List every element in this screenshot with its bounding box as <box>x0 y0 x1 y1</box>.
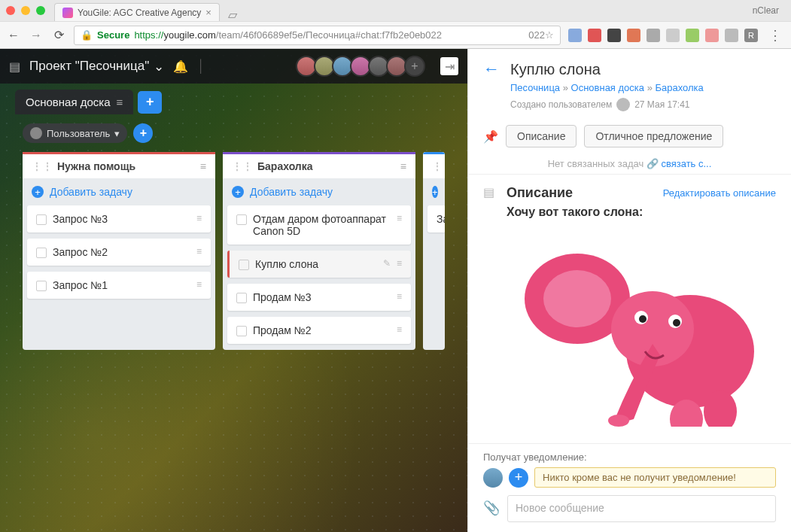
extension-icon[interactable] <box>725 29 738 42</box>
task-card[interactable]: За <box>427 205 445 233</box>
reload-button[interactable]: ⟳ <box>51 28 66 42</box>
column-market: ⋮⋮ Барахолка ≡ + Добавить задачу Отдам д… <box>223 152 415 350</box>
paperclip-icon[interactable]: 📎 <box>483 500 500 516</box>
url-text: https://yougile.com/team/46f06689ef5e/Пе… <box>134 29 524 41</box>
column-menu-icon[interactable]: ≡ <box>400 160 406 172</box>
add-task-button[interactable]: + Добавить задачу <box>23 178 215 205</box>
back-button[interactable]: ← <box>6 29 21 42</box>
crumb-board[interactable]: Основная доска <box>571 82 645 93</box>
task-card-selected[interactable]: Куплю слона ✎ ≡ <box>227 251 411 278</box>
browser-profile[interactable]: nClear <box>753 5 785 16</box>
subscriber-avatar[interactable] <box>483 468 503 488</box>
detail-tabs: 📌 Описание Отличное предложение <box>468 119 791 154</box>
svg-point-5 <box>639 315 646 323</box>
filter-user-chip[interactable]: Пользователь ▾ <box>23 123 127 143</box>
board-tab-main[interactable]: Основная доска ≡ <box>15 90 133 114</box>
notify-label: Получат уведомление: <box>483 451 776 463</box>
sidebar-toggle-icon[interactable]: ▤ <box>9 59 20 74</box>
checkbox[interactable] <box>36 214 47 225</box>
bell-icon[interactable]: 🔔 <box>173 59 188 74</box>
add-subscriber-button[interactable]: + <box>509 468 528 488</box>
browser-chrome: YouGile: AGC Creative Agency × ▱ nClear … <box>0 0 791 49</box>
card-menu-icon[interactable]: ≡ <box>397 291 402 302</box>
tab-description[interactable]: Описание <box>506 125 577 147</box>
svg-point-8 <box>608 415 629 427</box>
close-tab-button[interactable]: × <box>205 7 211 18</box>
task-card[interactable]: Запрос №1 ≡ <box>27 272 211 299</box>
add-board-button[interactable]: + <box>138 91 162 114</box>
edit-description-link[interactable]: Редактировать описание <box>663 187 776 199</box>
drag-handle-icon[interactable]: ⋮ <box>432 160 443 172</box>
extension-icon[interactable] <box>646 29 660 42</box>
extension-icon[interactable] <box>666 29 680 42</box>
crumb-column[interactable]: Барахолка <box>656 82 704 93</box>
checkbox[interactable] <box>36 281 47 291</box>
title-bar: YouGile: AGC Creative Agency × ▱ nClear <box>0 0 791 21</box>
card-menu-icon[interactable]: ≡ <box>196 246 202 257</box>
column-help: ⋮⋮ Нужна помощь ≡ + Добавить задачу Запр… <box>23 152 215 350</box>
task-card[interactable]: Запрос №2 ≡ <box>27 239 211 266</box>
app: ▤ Проект "Песочница" ⌄ 🔔 │ + ⇥ Основная … <box>0 49 791 532</box>
task-card[interactable]: Запрос №3 ≡ <box>27 205 211 233</box>
extension-icon[interactable] <box>686 29 699 42</box>
task-card[interactable]: Продам №2 ≡ <box>227 317 411 344</box>
checkbox[interactable] <box>36 248 47 258</box>
minimize-window-button[interactable] <box>21 6 30 15</box>
extension-icon[interactable] <box>627 29 640 42</box>
pencil-icon[interactable]: ✎ <box>383 258 391 269</box>
tab-offer[interactable]: Отличное предложение <box>584 125 723 147</box>
crumb-project[interactable]: Песочница <box>510 82 560 93</box>
extension-icon[interactable] <box>705 29 719 42</box>
drag-handle-icon[interactable]: ⋮⋮ <box>32 160 53 172</box>
checkbox[interactable] <box>239 260 249 270</box>
notify-row: + Никто кроме вас не получит уведомление… <box>483 467 776 488</box>
message-input[interactable]: Новое сообщение <box>507 495 776 522</box>
task-card[interactable]: Продам №3 ≡ <box>227 284 411 311</box>
checkbox[interactable] <box>236 293 247 303</box>
tab-title: YouGile: AGC Creative Agency <box>78 8 201 18</box>
omnibox[interactable]: 🔒 Secure https://yougile.com/team/46f066… <box>74 26 561 45</box>
forward-button[interactable]: → <box>29 29 44 42</box>
drag-handle-icon[interactable]: ⋮⋮ <box>232 160 253 172</box>
column-header[interactable]: ⋮⋮ Нужна помощь ≡ <box>23 152 215 178</box>
column-header[interactable]: ⋮ А <box>423 152 445 178</box>
maximize-window-button[interactable] <box>36 6 45 15</box>
board-menu-icon[interactable]: ≡ <box>117 96 123 108</box>
creator-avatar[interactable] <box>616 98 630 111</box>
card-menu-icon[interactable]: ≡ <box>397 213 402 223</box>
lock-icon: 🔒 <box>81 29 93 41</box>
card-menu-icon[interactable]: ≡ <box>196 213 202 223</box>
description-heading: Описание <box>507 185 573 201</box>
project-title[interactable]: Проект "Песочница" ⌄ <box>29 59 164 74</box>
svg-point-1 <box>543 270 611 327</box>
browser-tab[interactable]: YouGile: AGC Creative Agency × <box>54 3 220 21</box>
new-tab-button[interactable]: ▱ <box>224 8 241 21</box>
close-window-button[interactable] <box>6 6 15 15</box>
task-card[interactable]: Отдам даром фотоаппарат Canon 5D ≡ <box>227 205 411 245</box>
collapse-panel-button[interactable]: ⇥ <box>440 57 458 75</box>
card-menu-icon[interactable]: ≡ <box>196 279 202 290</box>
link-task-action[interactable]: связать с... <box>661 158 711 169</box>
add-member-button[interactable]: + <box>404 56 425 77</box>
window-controls <box>6 6 45 15</box>
back-arrow-icon[interactable]: ← <box>483 59 500 79</box>
checkbox[interactable] <box>236 326 247 336</box>
add-filter-button[interactable]: + <box>133 123 153 143</box>
extension-icon[interactable]: R <box>744 29 758 42</box>
add-task-button[interactable]: + <box>423 178 445 205</box>
column-menu-icon[interactable]: ≡ <box>200 160 206 172</box>
extension-icon[interactable] <box>588 29 601 42</box>
extension-icons: R <box>568 29 758 42</box>
card-menu-icon[interactable]: ≡ <box>397 258 402 269</box>
board-tabs: Основная доска ≡ + <box>0 84 467 114</box>
extension-icon[interactable] <box>568 29 582 42</box>
add-task-button[interactable]: + Добавить задачу <box>223 178 415 205</box>
card-menu-icon[interactable]: ≡ <box>397 324 402 335</box>
board-columns: ⋮⋮ Нужна помощь ≡ + Добавить задачу Запр… <box>0 152 467 350</box>
bookmark-star-icon[interactable]: ☆ <box>545 29 554 41</box>
checkbox[interactable] <box>236 214 247 225</box>
column-header[interactable]: ⋮⋮ Барахолка ≡ <box>223 152 415 178</box>
pin-icon[interactable]: 📌 <box>483 129 498 144</box>
browser-menu-button[interactable]: ⋮ <box>765 27 785 44</box>
extension-icon[interactable] <box>607 29 621 42</box>
